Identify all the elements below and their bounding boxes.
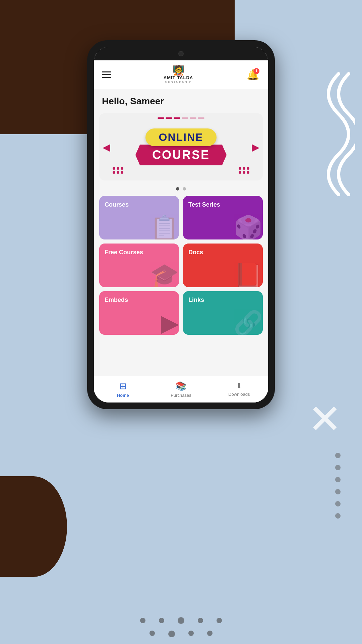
header: 🧑‍🏫 AMIT TALDA MENTORSHIP 🔔 1	[94, 60, 268, 89]
menu-line-3	[102, 77, 111, 78]
purchases-icon: 📚	[176, 381, 186, 391]
banner-inner: ONLINE COURSE	[135, 128, 227, 165]
banner-line1: ONLINE	[145, 128, 217, 146]
logo-icon: 🧑‍🏫	[173, 66, 184, 75]
card-free-courses-icon: 🎓	[150, 264, 179, 287]
menu-button[interactable]	[102, 71, 111, 78]
card-links-label: Links	[188, 297, 204, 303]
nav-purchases-label: Purchases	[171, 393, 191, 398]
banner-line2: COURSE	[135, 145, 227, 165]
menu-line-1	[102, 71, 111, 72]
nav-home-label: Home	[117, 393, 129, 398]
card-free-courses-label: Free Courses	[105, 249, 143, 256]
deco-dots-left	[113, 167, 123, 174]
card-docs-icon: 📕	[234, 264, 263, 287]
phone-frame: 🧑‍🏫 AMIT TALDA MENTORSHIP 🔔 1 Hello, Sam…	[87, 40, 275, 409]
phone-screen: 🧑‍🏫 AMIT TALDA MENTORSHIP 🔔 1 Hello, Sam…	[94, 47, 268, 402]
menu-line-2	[102, 74, 111, 75]
nav-downloads-label: Downloads	[228, 392, 250, 397]
bg-dots-bottom-row2	[149, 631, 213, 637]
card-test-series-icon: 🎲	[234, 216, 263, 239]
card-courses[interactable]: Courses 📋	[99, 196, 179, 239]
card-docs-label: Docs	[188, 249, 203, 256]
card-free-courses[interactable]: Free Courses 🎓	[99, 244, 179, 287]
logo-text: AMIT TALDA	[164, 75, 193, 80]
carousel-dot-1[interactable]	[176, 187, 179, 191]
deco-arrow-right: ▶	[252, 141, 259, 153]
card-embeds-label: Embeds	[105, 297, 128, 303]
greeting-text: Hello, Sameer	[94, 89, 268, 110]
nav-home[interactable]: ⊞ Home	[94, 376, 152, 402]
home-icon: ⊞	[119, 381, 127, 391]
app-content: 🧑‍🏫 AMIT TALDA MENTORSHIP 🔔 1 Hello, Sam…	[94, 60, 268, 402]
card-links[interactable]: Links 🔗	[183, 291, 263, 335]
card-test-series-label: Test Series	[188, 201, 220, 208]
notification-button[interactable]: 🔔 1	[245, 67, 260, 82]
card-embeds[interactable]: Embeds ▶	[99, 291, 179, 335]
card-test-series[interactable]: Test Series 🎲	[183, 196, 263, 239]
card-embeds-icon: ▶	[161, 311, 179, 335]
cards-grid: Courses 📋 Test Series 🎲 Free Courses 🎓 D…	[94, 196, 268, 340]
bg-x-symbol: ✕	[308, 396, 342, 442]
card-links-icon: 🔗	[234, 311, 263, 335]
notification-badge: 1	[253, 68, 259, 74]
downloads-icon: ⬇	[236, 382, 242, 390]
phone-notch	[94, 47, 268, 60]
logo: 🧑‍🏫 AMIT TALDA MENTORSHIP	[164, 66, 193, 84]
card-courses-icon: 📋	[150, 216, 179, 239]
deco-top-dashes	[158, 117, 204, 119]
card-courses-label: Courses	[105, 201, 129, 208]
card-docs[interactable]: Docs 📕	[183, 244, 263, 287]
camera-dot	[178, 51, 184, 56]
carousel-dots	[94, 187, 268, 191]
banner-container: ◀ ▶ ONLINE COURSE	[99, 113, 263, 180]
carousel-dot-2[interactable]	[183, 187, 186, 191]
bottom-nav: ⊞ Home 📚 Purchases ⬇ Downloads	[94, 376, 268, 402]
main-scroll[interactable]: Hello, Sameer ◀ ▶	[94, 89, 268, 376]
bg-wave-right	[322, 67, 355, 201]
nav-purchases[interactable]: 📚 Purchases	[152, 376, 210, 402]
logo-sub: MENTORSHIP	[165, 80, 192, 84]
bg-dots-right	[335, 453, 342, 519]
deco-dots-right	[239, 167, 249, 174]
nav-downloads[interactable]: ⬇ Downloads	[210, 376, 268, 402]
deco-arrow-left: ◀	[103, 141, 110, 153]
bg-brown-bottom-left	[0, 476, 67, 577]
bg-dots-bottom	[140, 617, 222, 624]
